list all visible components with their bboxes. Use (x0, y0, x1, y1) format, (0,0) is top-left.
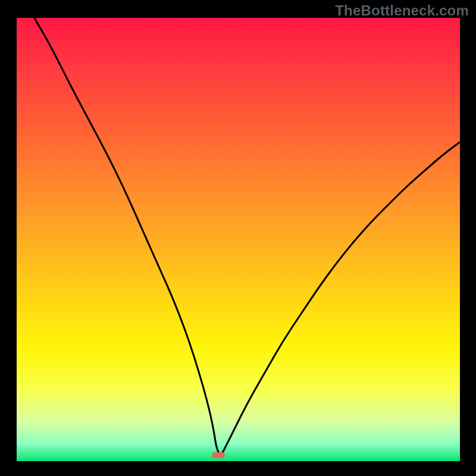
minimum-marker (212, 452, 225, 458)
watermark-text: TheBottleneck.com (335, 2, 469, 19)
chart-container: TheBottleneck.com (0, 0, 476, 476)
bottleneck-curve (35, 18, 460, 454)
plot-area (17, 18, 460, 461)
curve-svg (17, 18, 460, 461)
